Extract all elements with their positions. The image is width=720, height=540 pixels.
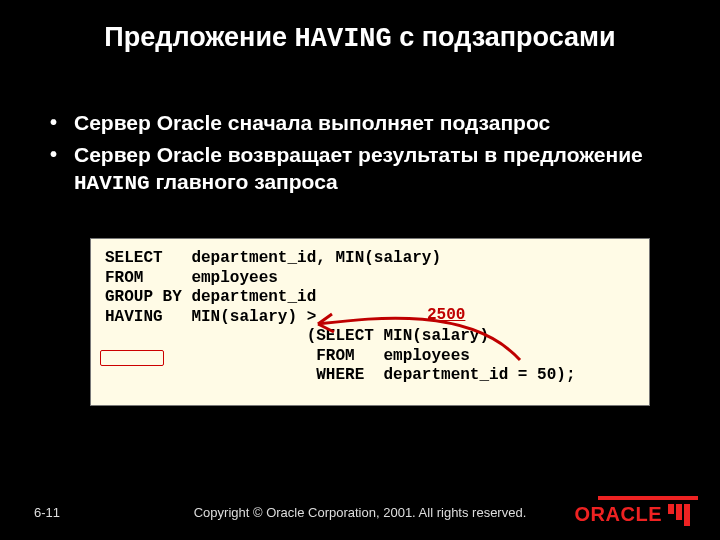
title-mono: HAVING <box>295 24 392 54</box>
logo-text: ORACLE <box>575 503 662 526</box>
logo-divider <box>598 496 698 500</box>
bullet-item: Сервер Oracle возвращает результаты в пр… <box>74 142 662 197</box>
slide: Предложение HAVING с подзапросами Сервер… <box>0 0 720 540</box>
bullet-text: Сервер Oracle сначала выполняет подзапро… <box>74 111 550 134</box>
title-post: с подзапросами <box>392 22 616 52</box>
slide-title: Предложение HAVING с подзапросами <box>0 22 720 54</box>
oracle-logo: ORACLE <box>575 503 690 526</box>
subquery-result-annotation: 2500 <box>420 303 472 327</box>
title-pre: Предложение <box>104 22 294 52</box>
bullet-mono: HAVING <box>74 172 150 195</box>
bullet-list: Сервер Oracle сначала выполняет подзапро… <box>74 110 662 201</box>
logo-bars-icon <box>668 504 690 526</box>
code-block: SELECT department_id, MIN(salary) FROM e… <box>90 238 650 406</box>
bullet-text: Сервер Oracle возвращает результаты в пр… <box>74 143 643 166</box>
bullet-text-post: главного запроса <box>150 170 338 193</box>
bullet-item: Сервер Oracle сначала выполняет подзапро… <box>74 110 662 138</box>
